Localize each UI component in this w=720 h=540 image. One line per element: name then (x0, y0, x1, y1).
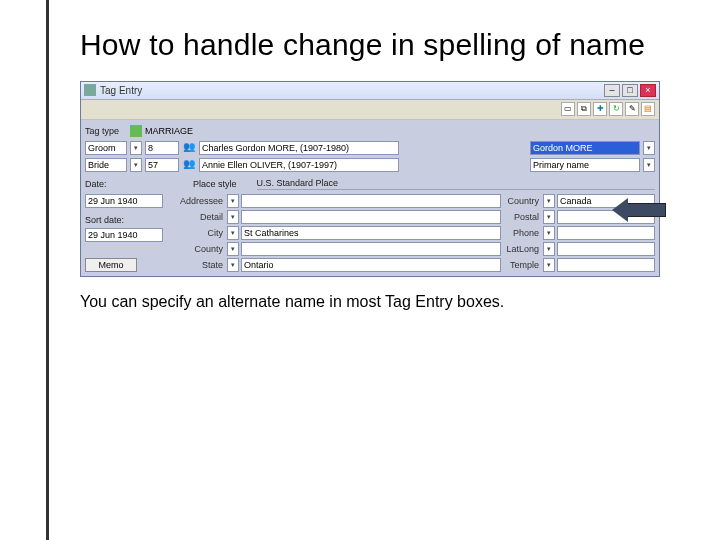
county-dropdown[interactable]: ▾ (227, 242, 239, 256)
county-label: County (177, 244, 225, 254)
placeset-label: U.S. Standard Place (257, 178, 655, 190)
maximize-button[interactable]: □ (622, 84, 638, 97)
phone-dropdown[interactable]: ▾ (543, 226, 555, 240)
detail-field[interactable] (241, 210, 501, 224)
gear-icon[interactable]: ✎ (625, 102, 639, 116)
refresh-icon[interactable]: ↻ (609, 102, 623, 116)
addressee-label: Addressee (177, 196, 225, 206)
detail-dropdown[interactable]: ▾ (227, 210, 239, 224)
name-variant-field[interactable]: Gordon MORE (530, 141, 640, 155)
tagtype-value: MARRIAGE (145, 124, 193, 138)
titlebar: Tag Entry – □ × (81, 82, 659, 100)
id-groom[interactable]: 8 (145, 141, 179, 155)
slide-title: How to handle change in spelling of name (80, 28, 660, 63)
sortdate-label: Sort date: (85, 215, 173, 225)
phone-label: Phone (505, 228, 541, 238)
addressee-field[interactable] (241, 194, 501, 208)
person-icon (130, 125, 142, 137)
state-field[interactable]: Ontario (241, 258, 501, 272)
copy-icon[interactable]: ⧉ (577, 102, 591, 116)
memo-button[interactable]: Memo (85, 258, 137, 272)
role-dropdown[interactable]: ▾ (130, 158, 142, 172)
date-label: Date: (85, 179, 173, 189)
role-dropdown[interactable]: ▾ (130, 141, 142, 155)
tagtype-label: Tag type (85, 126, 127, 136)
city-dropdown[interactable]: ▾ (227, 226, 239, 240)
city-field[interactable]: St Catharines (241, 226, 501, 240)
name-type-dropdown[interactable]: ▾ (643, 158, 655, 172)
people-icon: 👥 (182, 141, 196, 155)
window-title: Tag Entry (100, 85, 142, 96)
toolbar: ▭ ⧉ ✚ ↻ ✎ ▤ (81, 100, 659, 120)
name-bride[interactable]: Annie Ellen OLIVER, (1907-1997) (199, 158, 399, 172)
temple-dropdown[interactable]: ▾ (543, 258, 555, 272)
sortdate-field[interactable]: 29 Jun 1940 (85, 228, 163, 242)
date-field[interactable]: 29 Jun 1940 (85, 194, 163, 208)
name-type-field[interactable]: Primary name (530, 158, 640, 172)
book-icon[interactable]: ▭ (561, 102, 575, 116)
addressee-dropdown[interactable]: ▾ (227, 194, 239, 208)
phone-field[interactable] (557, 226, 655, 240)
slide-caption: You can specify an alternate name in mos… (80, 291, 660, 313)
country-label: Country (505, 196, 541, 206)
tag-entry-dialog: Tag Entry – □ × ▭ ⧉ ✚ ↻ ✎ ▤ Tag type MAR… (80, 81, 660, 277)
minimize-button[interactable]: – (604, 84, 620, 97)
name-groom[interactable]: Charles Gordon MORE, (1907-1980) (199, 141, 399, 155)
principal-row-groom: Groom ▾ 8 👥 Charles Gordon MORE, (1907-1… (85, 141, 655, 155)
people-icon: 👥 (182, 158, 196, 172)
temple-field[interactable] (557, 258, 655, 272)
callout-arrow (626, 203, 666, 217)
postal-label: Postal (505, 212, 541, 222)
latlong-dropdown[interactable]: ▾ (543, 242, 555, 256)
chart-icon[interactable]: ▤ (641, 102, 655, 116)
role-groom[interactable]: Groom (85, 141, 127, 155)
name-variant-dropdown[interactable]: ▾ (643, 141, 655, 155)
slide: How to handle change in spelling of name… (0, 0, 720, 332)
slide-left-rule (46, 0, 49, 540)
postal-dropdown[interactable]: ▾ (543, 210, 555, 224)
country-dropdown[interactable]: ▾ (543, 194, 555, 208)
close-button[interactable]: × (640, 84, 656, 97)
role-bride[interactable]: Bride (85, 158, 127, 172)
app-icon (84, 84, 96, 96)
detail-label: Detail (177, 212, 225, 222)
plus-icon[interactable]: ✚ (593, 102, 607, 116)
principal-row-bride: Bride ▾ 57 👥 Annie Ellen OLIVER, (1907-1… (85, 158, 655, 172)
county-field[interactable] (241, 242, 501, 256)
dialog-body: Tag type MARRIAGE Groom ▾ 8 👥 Charles Go… (81, 120, 659, 276)
latlong-field[interactable] (557, 242, 655, 256)
temple-label: Temple (505, 260, 541, 270)
id-bride[interactable]: 57 (145, 158, 179, 172)
state-dropdown[interactable]: ▾ (227, 258, 239, 272)
city-label: City (177, 228, 225, 238)
placestyle-label: Place style (193, 179, 237, 189)
latlong-label: LatLong (505, 244, 541, 254)
state-label: State (177, 260, 225, 270)
